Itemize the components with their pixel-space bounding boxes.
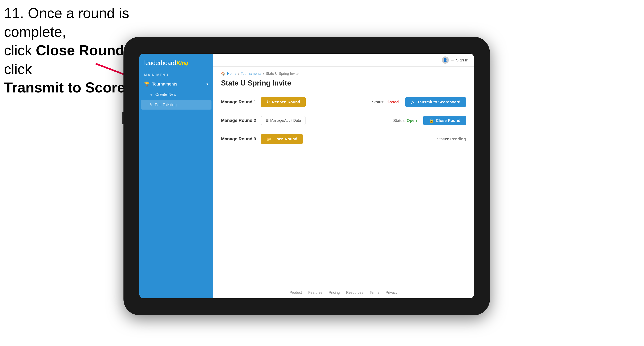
plus-icon: ＋ bbox=[149, 92, 153, 97]
lock-icon: 🔒 bbox=[429, 118, 434, 123]
content-area: 🏠 Home / Tournaments / State U Spring In… bbox=[213, 67, 474, 287]
top-nav: 👤 → Sign In bbox=[213, 54, 474, 67]
logo-king-text: King bbox=[176, 59, 188, 66]
home-icon: 🏠 bbox=[221, 71, 226, 76]
manage-icon: ☰ bbox=[266, 118, 269, 123]
logo-leader-text: leaderboard bbox=[144, 59, 176, 66]
sidebar-item-tournaments[interactable]: 🏆 Tournaments ▾ bbox=[140, 79, 213, 89]
sidebar-item-edit-existing[interactable]: ✎ Edit Existing bbox=[141, 100, 212, 110]
close-round-label: Close Round bbox=[436, 118, 460, 123]
transmit-icon: ▷ bbox=[411, 100, 414, 104]
breadcrumb-current: State U Spring Invite bbox=[266, 72, 298, 76]
round-2-status: Status: Open bbox=[393, 118, 417, 123]
round-1-label: Manage Round 1 bbox=[221, 99, 256, 105]
main-content: 👤 → Sign In 🏠 Home / Tournaments / bbox=[213, 54, 474, 298]
round-3-row: Manage Round 3 📂 Open Round Status: Pend… bbox=[221, 130, 466, 148]
edit-icon: ✎ bbox=[149, 102, 153, 107]
user-icon: 👤 bbox=[443, 58, 448, 62]
round-1-status: Status: Closed bbox=[372, 100, 399, 104]
breadcrumb: 🏠 Home / Tournaments / State U Spring In… bbox=[221, 71, 466, 76]
close-round-button[interactable]: 🔒 Close Round bbox=[423, 116, 466, 125]
avatar-icon: 👤 bbox=[442, 56, 449, 64]
breadcrumb-tournaments[interactable]: Tournaments bbox=[241, 72, 262, 76]
transmit-label: Transmit to Scoreboard bbox=[416, 100, 460, 104]
trophy-icon: 🏆 bbox=[144, 82, 150, 87]
footer: Product Features Pricing Resources Terms… bbox=[213, 287, 474, 298]
tablet-side-button bbox=[122, 112, 124, 124]
page-title: State U Spring Invite bbox=[221, 79, 466, 87]
tournaments-label: Tournaments bbox=[152, 82, 177, 87]
app-logo: leaderboardKing bbox=[140, 54, 213, 71]
instruction-line1: 11. Once a round is complete, bbox=[4, 5, 129, 40]
round-2-label: Manage Round 2 bbox=[221, 118, 256, 123]
manage-audit-data-button[interactable]: ☰ Manage/Audit Data bbox=[261, 116, 306, 125]
instruction-line2-pre: click bbox=[4, 42, 36, 58]
footer-privacy[interactable]: Privacy bbox=[386, 291, 398, 295]
round-2-row: Manage Round 2 ☰ Manage/Audit Data Statu… bbox=[221, 111, 466, 130]
open-round-label: Open Round bbox=[274, 137, 297, 141]
sign-in-label: → bbox=[450, 58, 454, 62]
breadcrumb-sep2: / bbox=[263, 72, 264, 76]
instruction-close-round: Close Round bbox=[36, 42, 124, 58]
edit-existing-label: Edit Existing bbox=[155, 103, 177, 107]
breadcrumb-sep1: / bbox=[238, 72, 239, 76]
chevron-down-icon: ▾ bbox=[206, 82, 208, 86]
sign-in-button[interactable]: 👤 → Sign In bbox=[442, 56, 468, 64]
round-1-status-value: Closed bbox=[386, 100, 399, 104]
round-3-status: Status: Pending bbox=[437, 137, 466, 141]
round-2-status-value: Open bbox=[407, 118, 417, 123]
sidebar: leaderboardKing MAIN MENU 🏆 Tournaments … bbox=[140, 54, 213, 298]
footer-product[interactable]: Product bbox=[290, 291, 302, 295]
tablet-screen: leaderboardKing MAIN MENU 🏆 Tournaments … bbox=[140, 54, 474, 298]
manage-label: Manage/Audit Data bbox=[270, 119, 301, 123]
sidebar-item-create-new[interactable]: ＋ Create New bbox=[140, 89, 213, 100]
reopen-icon: ↻ bbox=[266, 100, 270, 104]
footer-features[interactable]: Features bbox=[308, 291, 322, 295]
reopen-label: Reopen Round bbox=[272, 100, 300, 104]
round-1-row: Manage Round 1 ↻ Reopen Round Status: Cl… bbox=[221, 93, 466, 111]
create-new-label: Create New bbox=[155, 92, 176, 97]
app-layout: leaderboardKing MAIN MENU 🏆 Tournaments … bbox=[140, 54, 474, 298]
sidebar-menu-label: MAIN MENU bbox=[140, 71, 213, 79]
round-3-label: Manage Round 3 bbox=[221, 136, 256, 142]
open-icon: 📂 bbox=[266, 137, 272, 141]
breadcrumb-home[interactable]: Home bbox=[227, 72, 236, 76]
tablet-device: leaderboardKing MAIN MENU 🏆 Tournaments … bbox=[124, 37, 490, 315]
footer-terms[interactable]: Terms bbox=[370, 291, 379, 295]
round-3-status-value: Pending bbox=[450, 137, 466, 141]
sign-in-text: Sign In bbox=[456, 58, 468, 62]
transmit-to-scoreboard-button[interactable]: ▷ Transmit to Scoreboard bbox=[405, 97, 466, 107]
footer-pricing[interactable]: Pricing bbox=[329, 291, 340, 295]
open-round-button[interactable]: 📂 Open Round bbox=[261, 134, 303, 144]
reopen-round-button[interactable]: ↻ Reopen Round bbox=[261, 97, 306, 107]
footer-resources[interactable]: Resources bbox=[346, 291, 363, 295]
